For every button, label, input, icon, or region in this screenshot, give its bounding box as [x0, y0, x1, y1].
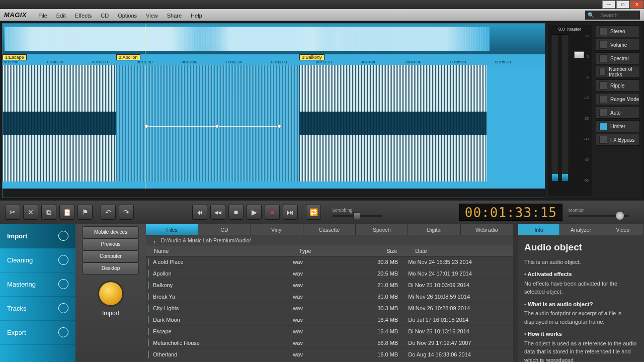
- browser-tab-cd[interactable]: CD: [198, 224, 251, 235]
- meter-left: [551, 34, 559, 182]
- nav-cleaning[interactable]: Cleaning: [0, 248, 75, 273]
- menu-share[interactable]: Share: [163, 12, 186, 20]
- monitor-control[interactable]: Monitor: [569, 208, 639, 217]
- transport-bar: ✂ ✕ ⧉ 📋 ⚑ ↶ ↷ ⏮ ◂◂ ■ ▶ ● ⏭ 🔁 Scrubbing 0…: [0, 200, 644, 224]
- up-folder-icon[interactable]: ↑: [151, 237, 158, 244]
- waveform-overview[interactable]: [3, 24, 545, 54]
- menu-view[interactable]: View: [141, 12, 163, 20]
- search-icon[interactable]: 🔍: [585, 11, 597, 20]
- file-scrollbar[interactable]: [513, 224, 518, 362]
- audio-clip-balkony[interactable]: [299, 65, 487, 182]
- file-row[interactable]: City Lightswav30.3 MBMi Nov 26 10:28:09 …: [146, 303, 513, 314]
- playhead[interactable]: [145, 65, 145, 189]
- path-bar[interactable]: ↑ D:/Audio & Music Lab Premium/Audio/: [146, 235, 513, 245]
- file-list[interactable]: A cold Placewav30.8 MBMo Nov 24 15:35:23…: [146, 256, 513, 362]
- nav-import[interactable]: Import: [0, 224, 75, 248]
- search-box[interactable]: 🔍: [585, 11, 640, 20]
- menu-help[interactable]: Help: [186, 12, 207, 20]
- tool-spectral[interactable]: Spectral: [596, 52, 640, 64]
- import-button[interactable]: [98, 281, 124, 307]
- file-icon: [148, 258, 149, 265]
- marker-button[interactable]: ⚑: [77, 205, 93, 220]
- close-button[interactable]: ✕: [630, 1, 643, 9]
- scrub-control[interactable]: Scrubbing: [332, 208, 382, 217]
- delete-button[interactable]: ✕: [23, 205, 38, 220]
- envelope-point[interactable]: [215, 124, 219, 128]
- nav-icon: [58, 327, 68, 337]
- envelope-point[interactable]: [277, 124, 281, 128]
- info-tab-video[interactable]: Video: [602, 224, 644, 235]
- time-ruler[interactable]: 1:Escape2:Apollon3:Balkony00:00:0000:00:…: [3, 54, 545, 65]
- menu-edit[interactable]: Edit: [52, 12, 70, 20]
- browser-tab-vinyl[interactable]: Vinyl: [251, 224, 303, 235]
- copy-button[interactable]: ⧉: [41, 205, 56, 220]
- info-tab-analyzer[interactable]: Analyzer: [560, 224, 602, 235]
- tool-icon: [599, 68, 606, 76]
- nav-tracks[interactable]: Tracks: [0, 297, 75, 321]
- stop-button[interactable]: ■: [228, 205, 244, 220]
- info-tab-info[interactable]: Info: [518, 224, 560, 235]
- tool-icon: [599, 122, 607, 130]
- menu-effects[interactable]: Effects: [70, 12, 96, 20]
- info-panel: InfoAnalyzerVideo Audio object This is a…: [518, 224, 644, 362]
- tool-fx-bypass[interactable]: FX Bypass: [596, 134, 640, 146]
- file-row[interactable]: A cold Placewav30.8 MBMo Nov 24 15:35:23…: [146, 256, 513, 268]
- skip-end-button[interactable]: ⏭: [283, 205, 298, 220]
- browser-tab-webradio[interactable]: Webradio: [461, 224, 513, 235]
- cut-button[interactable]: ✂: [5, 205, 20, 220]
- loop-button[interactable]: 🔁: [306, 205, 321, 220]
- master-meter: 0.0 Master +60-6-10-20-30-40-50: [548, 25, 592, 196]
- menu-file[interactable]: File: [34, 12, 52, 20]
- audio-clip-escape[interactable]: [3, 65, 123, 182]
- tool-icon: [599, 136, 607, 144]
- skip-start-button[interactable]: ⏮: [192, 205, 207, 220]
- file-row[interactable]: Break Yawav31.0 MBMi Nov 26 10:08:59 201…: [146, 291, 513, 303]
- tool-ripple[interactable]: Ripple: [596, 79, 640, 92]
- tool-limiter[interactable]: Limiter: [596, 120, 640, 132]
- file-row[interactable]: Escapewav15.4 MBDi Nov 25 10:13:16 2014: [146, 326, 513, 337]
- file-icon: [148, 305, 149, 312]
- tool-auto[interactable]: Auto: [596, 107, 640, 119]
- tool-icon: [599, 109, 607, 117]
- arrangement-view[interactable]: 1:Escape2:Apollon3:Balkony00:00:0000:00:…: [2, 23, 545, 198]
- menu-options[interactable]: Options: [113, 12, 141, 20]
- audio-clip-apollon[interactable]: [116, 65, 299, 182]
- undo-button[interactable]: ↶: [101, 205, 116, 220]
- source-computer[interactable]: Computer: [83, 250, 139, 262]
- file-row[interactable]: Balkonywav21.0 MBDi Nov 25 10:03:09 2014: [146, 280, 513, 291]
- paste-button[interactable]: 📋: [59, 205, 74, 220]
- scrub-knob[interactable]: [353, 212, 360, 219]
- file-list-header[interactable]: Name Type Size Date: [146, 245, 513, 256]
- browser-tab-cassette[interactable]: Cassette: [303, 224, 356, 235]
- file-row[interactable]: Dark Moonwav16.4 MBDo Jul 17 16:01:18 20…: [146, 314, 513, 326]
- nav-export[interactable]: Export: [0, 321, 75, 345]
- tool-number-of-tracks[interactable]: Number of tracks: [596, 66, 640, 78]
- file-row[interactable]: Apollonwav20.5 MBMo Nov 24 17:01:19 2014: [146, 268, 513, 280]
- search-input[interactable]: [597, 11, 640, 20]
- record-button[interactable]: ●: [265, 205, 280, 220]
- file-row[interactable]: Melancholic Housewav56.8 MBDo Nov 29 17:…: [146, 337, 513, 349]
- menu-cd[interactable]: CD: [96, 12, 113, 20]
- source-previous[interactable]: Previous: [83, 238, 139, 250]
- file-icon: [148, 282, 149, 289]
- tool-range-mode[interactable]: Range Mode: [596, 93, 640, 105]
- browser-tab-speech[interactable]: Speech: [356, 224, 408, 235]
- minimize-button[interactable]: —: [602, 1, 615, 9]
- app-logo: MAGIX: [4, 11, 27, 19]
- redo-button[interactable]: ↷: [119, 205, 134, 220]
- source-mobile-devices[interactable]: Mobile devices: [83, 226, 139, 238]
- browser-tab-digital[interactable]: Digital: [408, 224, 460, 235]
- source-desktop[interactable]: Desktop: [83, 262, 139, 275]
- playhead-overview[interactable]: [145, 24, 145, 54]
- prev-button[interactable]: ◂◂: [210, 205, 225, 220]
- browser-tab-files[interactable]: Files: [146, 224, 198, 235]
- file-row[interactable]: Otherlandwav16.0 MBDo Aug 14 16:33:06 20…: [146, 349, 513, 360]
- tool-volume[interactable]: Volume: [596, 39, 640, 51]
- audio-track[interactable]: [3, 65, 545, 189]
- nav-mastering[interactable]: Mastering: [0, 273, 75, 297]
- monitor-knob[interactable]: [616, 212, 624, 220]
- maximize-button[interactable]: □: [616, 1, 629, 9]
- window-titlebar: — □ ✕: [0, 0, 644, 9]
- tool-stereo[interactable]: Stereo: [596, 25, 640, 37]
- play-button[interactable]: ▶: [247, 205, 262, 220]
